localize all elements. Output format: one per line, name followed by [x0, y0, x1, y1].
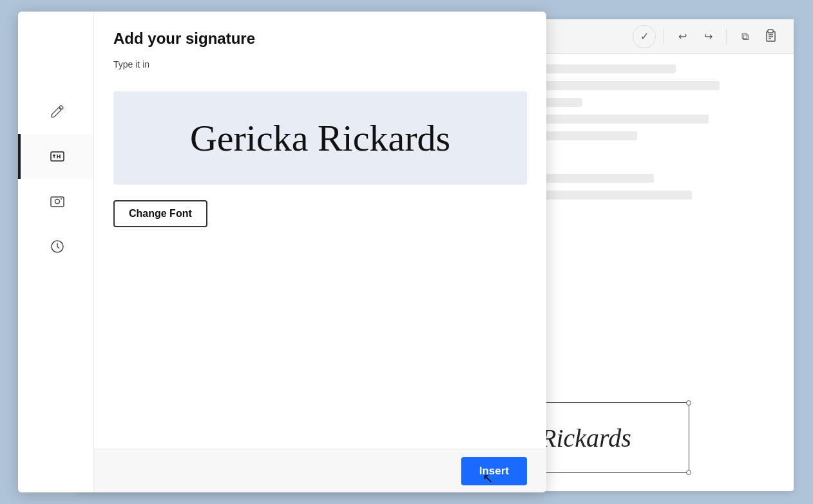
sidebar-item-draw[interactable] [18, 89, 93, 134]
redo-icon: ↪ [704, 30, 713, 42]
check-button[interactable]: ✓ [633, 25, 656, 48]
modal-sidebar [18, 12, 94, 492]
svg-rect-1 [768, 30, 773, 33]
signature-modal: Add your signature Type it in Gericka Ri… [18, 12, 546, 492]
change-font-container: Change Font [113, 200, 527, 227]
redo-button[interactable]: ↪ [698, 26, 718, 47]
svg-point-17 [55, 200, 59, 204]
modal-content: Add your signature Type it in Gericka Ri… [94, 12, 546, 492]
insert-button[interactable]: Insert [461, 457, 527, 485]
handle-br [686, 470, 691, 475]
copy-button[interactable]: ⧉ [734, 26, 755, 47]
paste-button[interactable] [760, 26, 781, 47]
modal-tab-label: Type it in [113, 59, 527, 70]
toolbar-divider [664, 29, 664, 44]
toolbar-divider-2 [726, 29, 727, 44]
paste-icon [765, 29, 776, 44]
svg-rect-16 [51, 197, 64, 207]
signature-preview-text: Gericka Rickards [190, 117, 450, 160]
signature-preview: Gericka Rickards [113, 91, 527, 185]
sidebar-item-history[interactable] [18, 224, 93, 269]
modal-header: Add your signature Type it in [94, 12, 546, 91]
sidebar-item-type[interactable] [18, 134, 93, 179]
change-font-button[interactable]: Change Font [113, 200, 207, 227]
modal-footer: Insert ↖ [94, 449, 546, 492]
sidebar-item-photo[interactable] [18, 179, 93, 224]
copy-icon: ⧉ [741, 31, 749, 42]
check-icon: ✓ [640, 30, 649, 42]
svg-point-18 [61, 198, 62, 200]
modal-title: Add your signature [113, 30, 527, 48]
handle-tr [686, 400, 691, 406]
undo-button[interactable]: ↩ [672, 26, 693, 47]
undo-icon: ↩ [678, 30, 687, 42]
